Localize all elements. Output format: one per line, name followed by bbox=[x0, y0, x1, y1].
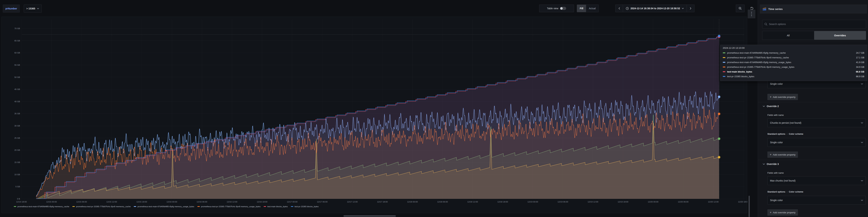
legend-item[interactable]: test-main blocks_bytes bbox=[264, 206, 288, 208]
breadcrumb-item: Standard options bbox=[767, 191, 785, 193]
table-view-toggle-group[interactable]: Table view bbox=[539, 4, 574, 12]
series-color-swatch bbox=[723, 52, 725, 53]
y-axis-tick-label: 5 GB bbox=[16, 186, 20, 188]
series-endpoint-dot bbox=[718, 138, 720, 140]
panel-type-label: Time series bbox=[768, 7, 782, 10]
x-axis-tick-label: 12/15 06:00 bbox=[76, 201, 87, 203]
legend-color-pill bbox=[134, 206, 136, 207]
color-scheme-select[interactable]: Single color bbox=[767, 138, 866, 147]
add-property-label: Add override property bbox=[773, 154, 796, 156]
legend-item[interactable]: prometheus-test-main-67d499d485-t5pfg me… bbox=[14, 206, 69, 208]
y-axis-tick-label: 20 GB bbox=[14, 149, 20, 151]
standard-options-breadcrumb: Standard options›Color scheme bbox=[767, 133, 803, 135]
time-picker-group: 2024-12-14 16:38:04 to 2024-12-20 18:58:… bbox=[615, 4, 694, 12]
fields-with-name-select[interactable]: Chunks to persist (not found) bbox=[767, 118, 866, 127]
x-axis-tick-label: 12/15 00:00 bbox=[46, 201, 57, 203]
x-axis-tick-label: 12/20 06:00 bbox=[678, 201, 689, 203]
y-axis-tick-label: 45 GB bbox=[14, 88, 20, 90]
x-axis-tick-label: 12/20 12:00 bbox=[708, 201, 719, 203]
add-property-label: Add override property bbox=[773, 211, 796, 214]
tab-overrides[interactable]: Overrides bbox=[814, 31, 866, 40]
template-variable-value-dropdown[interactable]: > 15365 bbox=[24, 4, 42, 12]
x-axis-tick-label: 12/15 18:00 bbox=[136, 201, 147, 203]
panel-menu-kebab[interactable] bbox=[748, 9, 755, 18]
tab-all[interactable]: All bbox=[762, 31, 814, 40]
kebab-dot bbox=[751, 12, 752, 12]
chevron-left-icon bbox=[618, 7, 620, 9]
tooltip-series-row: test-pr-15365 blocks_bytes66.9 GB bbox=[723, 74, 864, 79]
x-axis-tick-label: 12/17 06:00 bbox=[317, 201, 328, 203]
x-axis-tick-label: 12/18 18:00 bbox=[497, 201, 508, 203]
x-axis-tick-label: 12/20 00:00 bbox=[648, 201, 658, 203]
override-section-header[interactable]: Override 3 bbox=[763, 163, 779, 165]
y-axis-tick-label: 65 GB bbox=[14, 40, 20, 42]
x-axis-tick-label: 12/18 00:00 bbox=[407, 201, 418, 203]
color-scheme-select[interactable]: Single color bbox=[767, 196, 866, 205]
time-range-button[interactable]: 2024-12-14 16:38:04 to 2024-12-20 18:58:… bbox=[623, 4, 687, 12]
panel-type-button[interactable]: Time series bbox=[760, 4, 867, 13]
time-shift-back-button[interactable] bbox=[615, 4, 623, 12]
legend-color-pill bbox=[197, 206, 200, 207]
y-axis-tick-label: 30 GB bbox=[14, 125, 20, 127]
series-value: 24.7 GB bbox=[856, 52, 864, 54]
template-variable-label: prNumber bbox=[3, 4, 20, 12]
series-label: prometheus-test-main-67d499d485-t5pfg me… bbox=[727, 61, 851, 63]
fields-with-name-label: Fields with name bbox=[767, 114, 784, 116]
top-bar: prNumber > 15365 Table view Fill Actual … bbox=[0, 0, 868, 16]
legend-color-pill bbox=[72, 206, 75, 207]
chevron-down-icon bbox=[763, 163, 765, 165]
actual-option[interactable]: Actual bbox=[586, 5, 598, 12]
plus-icon: + bbox=[770, 153, 771, 156]
y-axis-tick-label: 35 GB bbox=[14, 112, 20, 115]
y-axis-tick-label: 55 GB bbox=[14, 64, 20, 66]
vertical-scrollbar-thumb[interactable] bbox=[749, 196, 750, 217]
series-color-swatch bbox=[723, 66, 725, 67]
time-range-text: 2024-12-14 16:38:04 to 2024-12-20 18:58:… bbox=[630, 7, 680, 10]
y-axis-tick-label: 70 GB bbox=[14, 27, 20, 29]
tooltip-series-row: prometheus-test-pr-15365-775b97fc4c-9jvr… bbox=[723, 65, 864, 70]
x-axis-tick-label: 12/19 00:00 bbox=[527, 201, 538, 203]
chevron-down-icon bbox=[682, 8, 684, 9]
chevron-right-icon: › bbox=[787, 133, 787, 135]
override1-add-property-button[interactable]: + Add override property bbox=[767, 94, 798, 100]
table-view-switch[interactable] bbox=[560, 7, 566, 10]
y-axis-tick-label: 0 B bbox=[17, 198, 20, 200]
series-endpoint-dot bbox=[718, 96, 720, 98]
select-value: Single color bbox=[770, 82, 783, 85]
x-axis-tick-label: 12/20 18:00 bbox=[738, 201, 747, 203]
x-axis-tick-label: 12/16 12:00 bbox=[227, 201, 237, 203]
add-property-label: Add override property bbox=[773, 96, 796, 98]
breadcrumb-item: Standard options bbox=[767, 133, 785, 135]
add-override-property-button[interactable]: +Add override property bbox=[767, 152, 798, 158]
legend-color-pill bbox=[291, 206, 293, 207]
series-label: prometheus-test-main-67d499d485-t5pfg me… bbox=[727, 52, 851, 54]
horizontal-scrollbar-thumb[interactable] bbox=[343, 215, 396, 217]
tooltip-timestamp: 2024-12-20 13:10:00 bbox=[723, 47, 864, 49]
legend-color-pill bbox=[14, 206, 16, 207]
fill-actual-segmented-control: Fill Actual bbox=[577, 4, 598, 12]
legend-label: prometheus-test-pr-15365-775b97fc4c-9jvr… bbox=[76, 206, 131, 208]
x-axis-tick-label: 12/18 06:00 bbox=[437, 201, 448, 203]
x-axis-tick-label: 12/17 12:00 bbox=[347, 201, 358, 203]
zoom-out-button[interactable] bbox=[736, 4, 745, 12]
series-label: prometheus-test-pr-15365-775b97fc4c-9jvr… bbox=[727, 56, 851, 59]
time-shift-forward-button[interactable] bbox=[687, 4, 694, 12]
grafana-edit-view: { "topbar": { "filter": { "name": "prNum… bbox=[0, 0, 868, 217]
legend-item[interactable]: prometheus-test-pr-15365-775b97fc4c-9jvr… bbox=[197, 206, 260, 208]
series-endpoint-dot bbox=[718, 156, 720, 158]
search-placeholder: Search options bbox=[769, 23, 786, 26]
options-search-input[interactable]: Search options bbox=[762, 20, 866, 28]
section-divider bbox=[758, 102, 868, 102]
fields-with-name-select[interactable]: Max chunks (not found) bbox=[767, 176, 866, 185]
legend-item[interactable]: prometheus-test-main-67d499d485-t5pfg me… bbox=[134, 206, 194, 208]
override-section-header[interactable]: Override 2 bbox=[763, 105, 779, 108]
fill-option[interactable]: Fill bbox=[577, 5, 586, 12]
chevron-right-icon bbox=[690, 7, 691, 9]
add-override-property-button[interactable]: +Add override property bbox=[767, 209, 798, 216]
tooltip-rows: prometheus-test-main-67d499d485-t5pfg me… bbox=[723, 51, 864, 79]
time-series-chart[interactable]: 0 B5 GB10 GB15 GB20 GB25 GB30 GB35 GB40 … bbox=[2, 17, 747, 213]
legend-color-pill bbox=[264, 206, 266, 207]
legend-item[interactable]: test-pr-15365 blocks_bytes bbox=[291, 206, 318, 208]
legend-item[interactable]: prometheus-test-pr-15365-775b97fc4c-9jvr… bbox=[72, 206, 131, 208]
options-filter-tabs: All Overrides bbox=[762, 31, 866, 40]
